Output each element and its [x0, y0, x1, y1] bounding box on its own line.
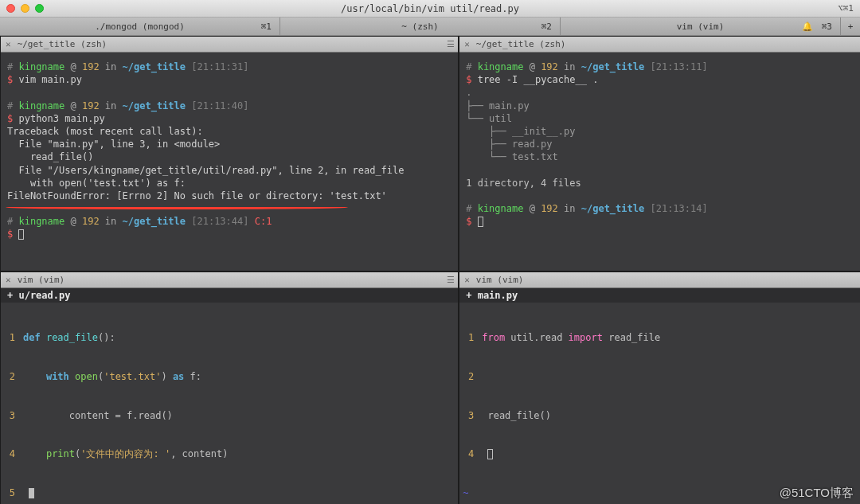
tab-bar: ./mongod (mongod) ⌘1 ~ (zsh) ⌘2 vim (vim…	[0, 18, 860, 36]
watermark: @51CTO博客	[780, 486, 854, 501]
annotation-underline	[6, 205, 348, 209]
pane-tab: ✕ vim (vim) ☰	[459, 272, 860, 288]
tab-shortcut: ⌘3	[822, 21, 832, 32]
pane-tab: ✕ ~/get_title (zsh) ☰	[1, 37, 458, 53]
close-icon[interactable]: ✕	[464, 39, 470, 49]
terminal-output[interactable]: # kingname @ 192 in ~/get_title [21:11:3…	[1, 53, 458, 271]
pane-vim-right[interactable]: ✕ vim (vim) ☰ + main.py 1from util.read …	[459, 272, 860, 504]
pane-grid: ✕ ~/get_title (zsh) ☰ # kingname @ 192 i…	[0, 36, 860, 488]
cursor	[29, 488, 34, 498]
pane-terminal-left[interactable]: ✕ ~/get_title (zsh) ☰ # kingname @ 192 i…	[0, 36, 459, 272]
pane-title: ~/get_title (zsh)	[476, 39, 566, 49]
close-icon[interactable]: ✕	[464, 275, 470, 285]
tab-mongod[interactable]: ./mongod (mongod) ⌘1	[0, 18, 280, 35]
close-icon[interactable]: ✕	[6, 275, 11, 285]
vim-buffer-tab[interactable]: + main.py	[459, 288, 860, 303]
tab-shortcut: ⌘1	[261, 21, 272, 32]
pane-tab: ✕ vim (vim) ☰	[1, 272, 458, 288]
pane-terminal-right[interactable]: ✕ ~/get_title (zsh) ☰ # kingname @ 192 i…	[459, 36, 860, 272]
pane-vim-left[interactable]: ✕ vim (vim) ☰ + u/read.py 1def read_file…	[0, 272, 459, 504]
pane-title: ~/get_title (zsh)	[18, 39, 108, 49]
menu-icon[interactable]: ☰	[447, 39, 453, 49]
window-title: /usr/local/bin/vim util/read.py	[0, 3, 860, 14]
tab-vim[interactable]: vim (vim) 🔔 ⌘3	[561, 18, 841, 35]
tab-label: ./mongod (mongod)	[95, 21, 185, 32]
close-icon[interactable]: ✕	[6, 39, 11, 49]
cursor	[478, 217, 483, 227]
vim-editor[interactable]: 1from util.read import read_file 2 3 rea…	[459, 303, 860, 504]
cursor	[487, 449, 493, 459]
vim-editor[interactable]: 1def read_file(): 2 with open('test.txt'…	[1, 303, 458, 504]
window-titlebar: /usr/local/bin/vim util/read.py ⌥⌘1	[0, 0, 860, 18]
pane-title: vim (vim)	[18, 275, 65, 285]
tab-shortcut: ⌘2	[541, 21, 552, 32]
cursor	[18, 229, 24, 240]
pane-tab: ✕ ~/get_title (zsh) ☰	[459, 37, 860, 53]
add-tab-button[interactable]: +	[841, 18, 860, 35]
pane-title: vim (vim)	[476, 275, 524, 285]
tab-label: ~ (zsh)	[401, 21, 438, 32]
tab-zsh[interactable]: ~ (zsh) ⌘2	[280, 18, 561, 35]
terminal-output[interactable]: # kingname @ 192 in ~/get_title [21:13:1…	[459, 53, 860, 271]
menu-icon[interactable]: ☰	[447, 275, 453, 285]
bell-icon: 🔔	[802, 21, 813, 32]
tab-label: vim (vim)	[677, 21, 725, 32]
vim-buffer-tab[interactable]: + u/read.py	[1, 288, 458, 303]
